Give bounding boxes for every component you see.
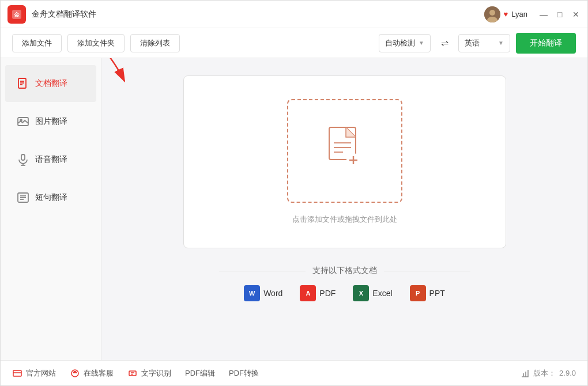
pdf-label: PDF xyxy=(319,289,336,298)
drop-zone-wrapper: 点击添加文件或拖拽文件到此处 xyxy=(119,75,570,248)
sidebar-voice-label: 语音翻译 xyxy=(35,154,67,165)
content-area: 点击添加文件或拖拽文件到此处 支持以下格式文档 W Word xyxy=(101,58,587,360)
service-label: 在线客服 xyxy=(84,368,114,379)
app-title: 金舟文档翻译软件 xyxy=(32,9,96,20)
vip-icon: ♥ xyxy=(504,10,508,18)
ocr-label: 文字识别 xyxy=(141,368,171,379)
version-number: 2.9.0 xyxy=(559,369,576,377)
ocr-link[interactable]: 文字识别 xyxy=(127,368,171,379)
left-divider xyxy=(219,271,306,271)
toolbar: 添加文件 添加文件夹 清除列表 自动检测 ▼ ⇌ 英语 ▼ 开始翻译 xyxy=(1,28,587,58)
website-link[interactable]: 官方网站 xyxy=(12,368,56,379)
excel-label: Excel xyxy=(372,289,392,298)
ppt-label: PPT xyxy=(429,289,445,298)
username: Lyan xyxy=(511,10,527,18)
version-label: 版本： xyxy=(533,368,556,379)
format-ppt: P PPT xyxy=(410,285,445,301)
target-lang-dropdown[interactable]: 英语 ▼ xyxy=(458,34,510,52)
restore-button[interactable]: □ xyxy=(555,10,564,19)
svg-rect-26 xyxy=(13,370,21,376)
language-selector: 自动检测 ▼ ⇌ 英语 ▼ xyxy=(379,34,510,52)
doc-icon xyxy=(17,77,29,90)
sidebar-img-label: 图片翻译 xyxy=(35,116,67,127)
service-icon xyxy=(70,368,80,379)
img-icon xyxy=(17,115,29,128)
sidebar-item-sentence[interactable]: 短句翻译 xyxy=(5,179,96,216)
formats-section: 支持以下格式文档 W Word A xyxy=(119,266,570,301)
footer: 官方网站 在线客服 文字识别 PDF编辑 xyxy=(1,360,587,385)
format-excel: X Excel xyxy=(353,285,392,301)
website-icon xyxy=(12,368,22,379)
version-info: 版本： 2.9.0 xyxy=(521,368,576,379)
ppt-icon: P xyxy=(410,285,426,301)
svg-rect-30 xyxy=(129,371,136,376)
svg-point-3 xyxy=(489,10,495,16)
voice-icon xyxy=(17,153,29,166)
sentence-icon xyxy=(17,191,29,204)
pdf-icon: A xyxy=(300,285,316,301)
format-pdf: A PDF xyxy=(300,285,336,301)
formats-title: 支持以下格式文档 xyxy=(312,266,377,276)
sidebar-sentence-label: 短句翻译 xyxy=(35,192,67,203)
ocr-icon xyxy=(127,368,138,379)
svg-point-28 xyxy=(71,370,78,377)
svg-text:金: 金 xyxy=(13,12,20,18)
sidebar-item-doc[interactable]: 文档翻译 xyxy=(5,65,96,102)
title-bar: 金 金舟文档翻译软件 ♥ Lyan — □ ✕ xyxy=(1,1,587,28)
formats-title-row: 支持以下格式文档 xyxy=(119,266,570,276)
clear-list-button[interactable]: 清除列表 xyxy=(130,34,180,52)
pdf-edit-label: PDF编辑 xyxy=(185,368,215,379)
drop-zone-container: 点击添加文件或拖拽文件到此处 xyxy=(183,75,506,248)
source-lang-label: 自动检测 xyxy=(385,38,415,48)
swap-language-button[interactable]: ⇌ xyxy=(435,34,454,52)
window-controls: — □ ✕ xyxy=(539,10,581,19)
add-folder-button[interactable]: 添加文件夹 xyxy=(67,34,125,52)
app-logo: 金 xyxy=(7,5,26,24)
app-window: 金 金舟文档翻译软件 ♥ Lyan — □ ✕ 添加文件 添加文件夹 清除列表 xyxy=(0,0,588,386)
excel-icon: X xyxy=(353,285,369,301)
drop-box[interactable] xyxy=(287,99,402,203)
drop-box-icon xyxy=(325,124,365,173)
drop-hint: 点击添加文件或拖拽文件到此处 xyxy=(292,214,397,225)
right-divider xyxy=(384,271,470,271)
sidebar-item-voice[interactable]: 语音翻译 xyxy=(5,141,96,178)
formats-row: W Word A PDF X xyxy=(244,285,445,301)
svg-rect-11 xyxy=(21,154,25,160)
user-info: ♥ Lyan xyxy=(484,6,527,22)
pdf-convert-link[interactable]: PDF转换 xyxy=(229,368,259,379)
target-lang-label: 英语 xyxy=(465,38,480,48)
minimize-button[interactable]: — xyxy=(539,10,548,19)
format-word: W Word xyxy=(244,285,282,301)
word-label: Word xyxy=(263,289,282,298)
source-lang-dropdown[interactable]: 自动检测 ▼ xyxy=(379,34,431,52)
avatar xyxy=(484,6,500,22)
svg-point-29 xyxy=(74,371,76,372)
sidebar-doc-label: 文档翻译 xyxy=(35,78,67,89)
website-label: 官方网站 xyxy=(26,368,56,379)
target-lang-arrow: ▼ xyxy=(498,40,504,46)
start-translate-button[interactable]: 开始翻译 xyxy=(516,33,576,54)
sidebar-item-img[interactable]: 图片翻译 xyxy=(5,103,96,140)
sidebar: 文档翻译 图片翻译 xyxy=(1,58,101,360)
source-lang-arrow: ▼ xyxy=(419,40,424,46)
word-icon: W xyxy=(244,285,260,301)
close-button[interactable]: ✕ xyxy=(571,10,581,19)
main-content: 文档翻译 图片翻译 xyxy=(1,58,587,360)
service-link[interactable]: 在线客服 xyxy=(70,368,114,379)
add-file-button[interactable]: 添加文件 xyxy=(12,34,62,52)
pdf-edit-link[interactable]: PDF编辑 xyxy=(185,368,215,379)
pdf-convert-label: PDF转换 xyxy=(229,368,259,379)
